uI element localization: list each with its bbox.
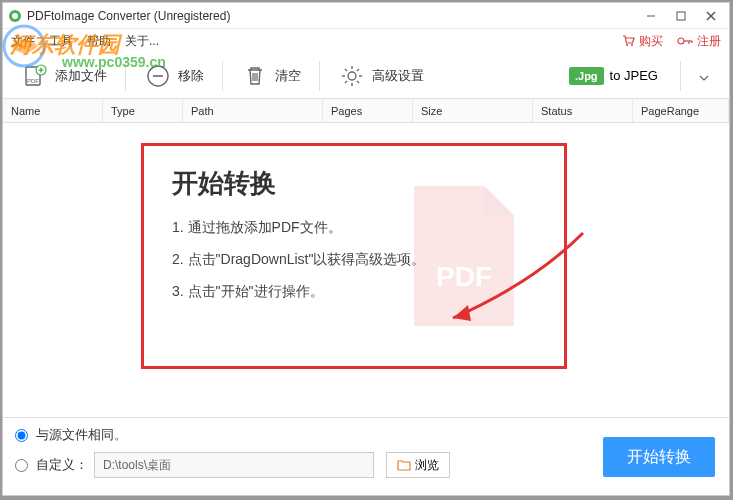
pdf-add-icon: PDF xyxy=(21,62,49,90)
th-path[interactable]: Path xyxy=(183,99,323,122)
maximize-button[interactable] xyxy=(667,6,695,26)
menubar: 文件 工具 帮助 关于... 购买 注册 xyxy=(3,29,729,53)
remove-icon xyxy=(144,62,172,90)
clear-button[interactable]: 清空 xyxy=(233,58,309,94)
trash-icon xyxy=(241,62,269,90)
custom-path-radio[interactable] xyxy=(15,459,28,472)
menu-tools[interactable]: 工具 xyxy=(49,33,73,50)
close-button[interactable] xyxy=(697,6,725,26)
pdf-watermark-icon: PDF xyxy=(394,176,534,340)
th-status[interactable]: Status xyxy=(533,99,633,122)
output-path-input[interactable] xyxy=(94,452,374,478)
svg-rect-3 xyxy=(677,12,685,20)
th-pagerange[interactable]: PageRange xyxy=(633,99,729,122)
instruction-box: PDF 开始转换 1. 通过拖放添加PDF文件。 2. 点击"DragDownL… xyxy=(141,143,567,369)
remove-button[interactable]: 移除 xyxy=(136,58,212,94)
table-header: Name Type Path Pages Size Status PageRan… xyxy=(3,99,729,123)
app-window: PDFtoImage Converter (Unregistered) 文件 工… xyxy=(2,2,730,496)
add-file-button[interactable]: PDF 添加文件 xyxy=(13,58,115,94)
th-size[interactable]: Size xyxy=(413,99,533,122)
custom-path-label: 自定义： xyxy=(36,456,88,474)
menu-help[interactable]: 帮助 xyxy=(87,33,111,50)
format-badge: .Jpg xyxy=(569,67,604,85)
gear-icon xyxy=(338,62,366,90)
svg-point-22 xyxy=(348,72,356,80)
svg-text:PDF: PDF xyxy=(27,78,39,84)
minimize-button[interactable] xyxy=(637,6,665,26)
start-convert-button[interactable]: 开始转换 xyxy=(603,437,715,477)
chevron-down-icon xyxy=(699,75,709,81)
th-name[interactable]: Name xyxy=(3,99,103,122)
output-panel: 与源文件相同。 自定义： 浏览 开始转换 xyxy=(3,417,729,495)
titlebar: PDFtoImage Converter (Unregistered) xyxy=(3,3,729,29)
menu-about[interactable]: 关于... xyxy=(125,33,159,50)
format-dropdown-arrow[interactable] xyxy=(689,61,719,91)
app-icon xyxy=(7,8,23,24)
menu-file[interactable]: 文件 xyxy=(11,33,35,50)
svg-point-6 xyxy=(626,44,628,46)
svg-point-1 xyxy=(12,13,18,19)
svg-text:PDF: PDF xyxy=(436,261,492,292)
cart-icon xyxy=(621,34,635,48)
svg-point-7 xyxy=(631,44,633,46)
key-icon xyxy=(677,34,693,48)
file-list-area[interactable]: PDF 开始转换 1. 通过拖放添加PDF文件。 2. 点击"DragDownL… xyxy=(3,123,729,417)
window-title: PDFtoImage Converter (Unregistered) xyxy=(27,9,637,23)
advanced-settings-button[interactable]: 高级设置 xyxy=(330,58,432,94)
toolbar: PDF 添加文件 移除 清空 高级设置 .Jpg to xyxy=(3,53,729,99)
same-as-source-label: 与源文件相同。 xyxy=(36,426,127,444)
browse-button[interactable]: 浏览 xyxy=(386,452,450,478)
register-button[interactable]: 注册 xyxy=(677,33,721,50)
th-pages[interactable]: Pages xyxy=(323,99,413,122)
buy-button[interactable]: 购买 xyxy=(621,33,663,50)
folder-icon xyxy=(397,459,411,471)
svg-point-8 xyxy=(678,38,684,44)
same-as-source-radio[interactable] xyxy=(15,429,28,442)
th-type[interactable]: Type xyxy=(103,99,183,122)
output-format-button[interactable]: .Jpg to JPEG xyxy=(561,63,666,89)
